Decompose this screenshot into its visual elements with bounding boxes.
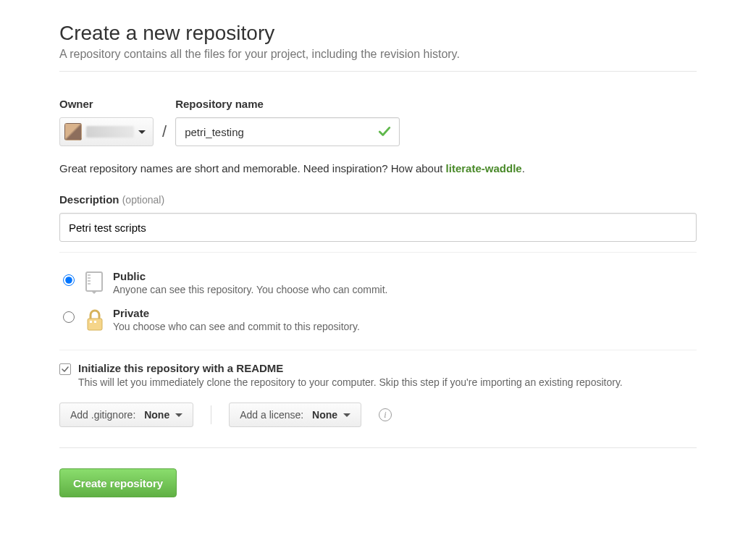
- initialize-readme-title: Initialize this repository with a README: [78, 362, 623, 374]
- svg-rect-3: [88, 280, 91, 282]
- vertical-separator: [211, 405, 211, 424]
- svg-rect-5: [88, 319, 102, 330]
- page-subtitle: A repository contains all the files for …: [59, 48, 697, 61]
- visibility-private-option[interactable]: Private You choose who can see and commi…: [59, 303, 697, 340]
- visibility-private-radio[interactable]: [63, 311, 75, 323]
- repo-icon: [84, 271, 106, 295]
- name-hint: Great repository names are short and mem…: [59, 162, 697, 174]
- svg-rect-1: [88, 274, 91, 276]
- gitignore-label: Add .gitignore:: [70, 409, 135, 421]
- description-label: Description: [59, 193, 119, 206]
- gitignore-value: None: [144, 409, 169, 421]
- visibility-public-option[interactable]: Public Anyone can see this repository. Y…: [59, 266, 697, 303]
- license-select[interactable]: Add a license: None: [229, 403, 361, 427]
- owner-username: [86, 126, 134, 138]
- visibility-private-title: Private: [113, 307, 360, 319]
- divider: [59, 252, 697, 253]
- avatar: [64, 123, 82, 140]
- repo-name-label: Repository name: [175, 98, 400, 110]
- svg-rect-4: [88, 283, 91, 285]
- license-label: Add a license:: [240, 409, 303, 421]
- chevron-down-icon: [343, 413, 350, 417]
- visibility-public-title: Public: [113, 270, 388, 282]
- visibility-public-radio[interactable]: [63, 274, 75, 286]
- create-repository-button[interactable]: Create repository: [59, 468, 177, 497]
- visibility-private-sub: You choose who can see and commit to thi…: [113, 321, 360, 332]
- info-icon[interactable]: i: [379, 408, 392, 421]
- page-title: Create a new repository: [59, 22, 697, 45]
- description-optional: (optional): [122, 194, 164, 206]
- description-input[interactable]: [59, 213, 697, 242]
- chevron-down-icon: [138, 130, 146, 134]
- name-suggestion-link[interactable]: literate-waddle: [446, 162, 522, 174]
- divider: [59, 350, 697, 350]
- lock-icon: [84, 308, 106, 332]
- chevron-down-icon: [175, 413, 182, 417]
- svg-rect-6: [90, 321, 92, 323]
- initialize-readme-checkbox[interactable]: [59, 363, 71, 375]
- svg-rect-2: [88, 277, 91, 279]
- owner-select[interactable]: [59, 117, 154, 146]
- gitignore-select[interactable]: Add .gitignore: None: [59, 403, 193, 427]
- svg-rect-7: [94, 321, 96, 323]
- repo-name-input[interactable]: [175, 117, 400, 146]
- name-hint-suffix: .: [522, 162, 525, 174]
- check-icon: [378, 125, 391, 138]
- license-value: None: [312, 409, 337, 421]
- visibility-public-sub: Anyone can see this repository. You choo…: [113, 284, 388, 295]
- slash-separator: /: [162, 117, 167, 146]
- initialize-readme-sub: This will let you immediately clone the …: [78, 376, 623, 388]
- owner-label: Owner: [59, 98, 154, 110]
- name-hint-text: Great repository names are short and mem…: [59, 162, 446, 174]
